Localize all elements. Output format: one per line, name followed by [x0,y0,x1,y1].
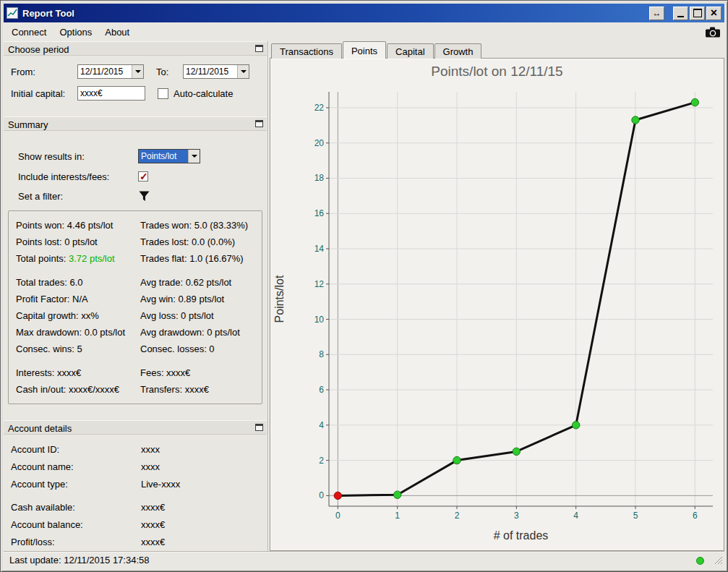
stats-row: Max drawdown: 0.0 pts/lot Avg drawdown: … [16,324,259,341]
stats-row: Cash in/out: xxxx€/xxxx€ Transfers: xxxx… [16,381,259,398]
close-button[interactable] [706,7,721,20]
tab-transactions[interactable]: Transactions [271,43,342,59]
svg-text:6: 6 [693,511,698,521]
stat-text: Interests: xxxx€ [16,364,140,381]
stat-text: Transfers: xxxx€ [140,381,259,398]
last-update-text: Last update: 12/11/2015 17:34:58 [9,555,149,565]
float-panel-icon[interactable] [255,424,263,431]
resize-grip[interactable] [713,555,723,567]
account-row: Account name: xxxx [4,458,267,475]
stat-text: Points lost: 0 pts/lot [16,234,140,250]
include-fees-checkbox[interactable] [138,171,148,182]
main-panel: Transactions Points Capital Growth Point… [270,41,724,551]
account-field-label: Account name: [11,461,141,472]
stat-text: Trades lost: 0.0 (0.0%) [140,234,259,250]
filter-funnel-icon[interactable] [138,190,150,202]
show-results-select[interactable]: Points/lot [138,149,200,163]
stats-row: Capital growth: xx% Avg loss: 0 pts/lot [16,307,259,324]
include-fees-label: Include interests/fees: [18,171,138,182]
summary-stats-panel: Points won: 4.46 pts/lot Trades won: 5.0… [8,210,262,404]
tab-points[interactable]: Points [343,41,386,59]
total-points-label: Total points: [16,253,66,264]
account-field-label: Profit/loss: [11,537,141,547]
window-title: Report Tool [22,8,648,19]
account-row: Account balance: xxxx€ [4,516,267,533]
stat-text: Avg loss: 0 pts/lot [140,307,259,324]
stat-text: Avg trade: 0.62 pts/lot [140,274,259,291]
float-panel-icon[interactable] [255,120,263,127]
account-row: Account type: Live-xxxx [4,475,267,492]
stats-row: Points lost: 0 pts/lot Trades lost: 0.0 … [16,234,259,250]
detach-icon[interactable] [649,7,664,20]
stats-row: Interests: xxxx€ Fees: xxxx€ [16,364,259,381]
svg-text:Points/lot: Points/lot [273,275,286,323]
menu-connect[interactable]: Connect [5,24,53,40]
svg-text:18: 18 [314,173,325,183]
svg-text:1: 1 [395,511,400,521]
stats-row: Profit Factor: N/A Avg win: 0.89 pts/lot [16,291,259,307]
show-results-label: Show results in: [18,151,138,162]
svg-text:8: 8 [319,349,324,359]
tab-bar: Transactions Points Capital Growth [270,41,724,59]
set-filter-label: Set a filter: [18,191,138,202]
stat-text: Avg drawdown: 0 pts/lot [140,324,259,341]
stats-row: Consec. wins: 5 Consec. losses: 0 [16,341,259,357]
account-row: Profit/loss: xxxx€ [4,533,267,550]
points-tab-page: Points/lot on 12/11/15 02468101214161820… [270,58,724,551]
report-tool-window: Report Tool Connect Options About Choose… [0,0,728,572]
summary-header: Summary [4,116,267,131]
to-label: To: [156,67,183,77]
total-points-value: 3.72 pts/lot [69,253,115,264]
stat-text: Trades won: 5.0 (83.33%) [140,217,259,234]
chevron-down-icon [188,150,200,163]
camera-icon[interactable] [706,27,720,38]
account-field-value: xxxx [141,461,160,472]
initial-capital-input[interactable] [77,86,145,101]
stats-row: Total trades: 6.0 Avg trade: 0.62 pts/lo… [16,274,259,291]
app-icon [7,7,18,19]
svg-text:2: 2 [319,456,324,466]
stat-text: Points won: 4.46 pts/lot [16,217,140,234]
account-row: Cash available: xxxx€ [4,498,267,516]
from-label: From: [11,67,77,77]
statusbar: Last update: 12/11/2015 17:34:58 [4,551,724,568]
choose-period-title: Choose period [8,44,69,55]
minimize-button[interactable] [673,7,688,20]
show-results-row: Show results in: Points/lot [4,148,267,164]
to-date-select[interactable]: 12/11/2015 [183,64,249,79]
svg-text:0: 0 [335,511,341,521]
tab-growth[interactable]: Growth [434,43,482,59]
from-date-select[interactable]: 12/11/2015 [77,64,144,79]
choose-period-section: Choose period From: 12/11/2015 To: 12/11… [4,41,267,112]
left-panel: Choose period From: 12/11/2015 To: 12/11… [4,41,268,551]
svg-text:10: 10 [314,315,325,325]
chevron-down-icon [237,65,249,78]
account-details-title: Account details [8,423,72,434]
float-panel-icon[interactable] [255,45,263,52]
account-field-label: Cash available: [11,502,141,513]
account-field-value: xxxx€ [141,537,165,547]
svg-text:5: 5 [633,511,638,521]
stats-row: Points won: 4.46 pts/lot Trades won: 5.0… [16,217,259,234]
svg-text:20: 20 [314,138,325,148]
auto-calculate-checkbox[interactable] [158,88,168,99]
menu-about[interactable]: About [98,24,136,40]
tab-capital[interactable]: Capital [387,43,433,59]
maximize-button[interactable] [690,7,705,20]
account-details-header: Account details [4,420,267,435]
account-details-section: Account details Account ID: xxxx Account… [4,420,267,551]
period-row: From: 12/11/2015 To: 12/11/2015 [4,64,267,79]
stat-text: Consec. wins: 5 [16,341,140,357]
filter-row: Set a filter: [4,187,267,205]
account-field-label: Account type: [11,479,141,490]
stats-row-total-points: Total points: 3.72 pts/lot Trades flat: … [16,250,259,267]
initial-capital-label: Initial capital: [11,88,77,99]
menu-options[interactable]: Options [53,24,98,40]
menubar: Connect Options About [4,22,724,41]
points-line-chart: 02468101214161820220123456# of tradesPoi… [271,82,723,548]
capital-row: Initial capital: Auto-calculate [4,86,267,101]
choose-period-header: Choose period [4,41,267,56]
auto-calculate-label: Auto-calculate [174,88,233,99]
summary-title: Summary [8,119,48,130]
stat-text: Cash in/out: xxxx€/xxxx€ [16,381,140,398]
